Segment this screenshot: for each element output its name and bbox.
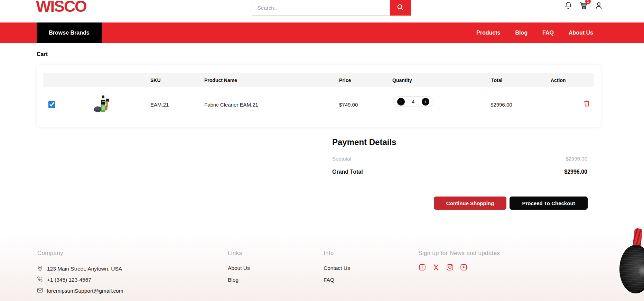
grand-total-row: Grand Total $2996.00 xyxy=(332,169,587,175)
browse-brands-button[interactable]: Browse Brands xyxy=(37,22,102,43)
footer-newsletter-title: Sign up for News and updates xyxy=(418,250,500,257)
continue-shopping-button[interactable]: Continue Shopping xyxy=(434,197,506,210)
social-icons xyxy=(419,264,467,271)
instagram-icon[interactable] xyxy=(446,264,454,271)
main-navbar: Browse Brands Products Blog FAQ About Us xyxy=(0,22,644,43)
footer: Company 123 Main Street, Anytown, USA +1… xyxy=(0,234,644,301)
column-header-price: Price xyxy=(339,73,351,87)
cart-section-title: Cart xyxy=(37,51,48,57)
search-bar xyxy=(252,0,411,16)
quantity-decrease-button[interactable]: − xyxy=(397,98,405,106)
footer-phone-row[interactable]: +1 (345) 123-4567 xyxy=(37,276,91,284)
footer-phone: +1 (345) 123-4567 xyxy=(47,277,91,283)
column-header-sku: SKU xyxy=(150,73,161,87)
item-sku: EAM.21 xyxy=(150,102,169,108)
tire-decoration xyxy=(622,228,644,301)
footer-link-contact-us[interactable]: Contact Us xyxy=(324,265,350,271)
delete-item-button[interactable] xyxy=(582,100,591,108)
item-select-checkbox[interactable] xyxy=(48,101,55,108)
nav-link-faq[interactable]: FAQ xyxy=(542,30,554,36)
grand-total-label: Grand Total xyxy=(332,169,363,175)
item-name: Fabric Cleaner EAM.21 xyxy=(204,102,258,108)
footer-links-title: Links xyxy=(228,250,242,257)
user-account-icon[interactable] xyxy=(594,1,603,10)
quantity-increase-button[interactable]: + xyxy=(422,98,429,106)
search-icon xyxy=(396,3,404,12)
column-header-quantity: Quantity xyxy=(392,73,412,87)
footer-address: 123 Main Street, Anytown, USA xyxy=(47,266,122,272)
brand-logo[interactable]: WISCO xyxy=(36,0,86,16)
nav-link-products[interactable]: Products xyxy=(476,30,500,36)
footer-link-about-us[interactable]: About Us xyxy=(228,265,250,271)
item-total: $2996.00 xyxy=(491,102,512,108)
subtotal-value: $2996.00 xyxy=(566,156,587,162)
map-pin-icon xyxy=(37,265,44,273)
search-input[interactable] xyxy=(252,0,390,16)
grand-total-value: $2996.00 xyxy=(564,169,587,175)
nav-link-about-us[interactable]: About Us xyxy=(569,30,593,36)
payment-details-title: Payment Details xyxy=(332,137,396,147)
cart-table-card: SKU Product Name Price Quantity Total Ac… xyxy=(37,65,601,127)
nav-link-blog[interactable]: Blog xyxy=(515,30,528,36)
mail-icon xyxy=(37,287,44,295)
subtotal-row: Subtotal $2996.00 xyxy=(332,156,587,162)
cart-table-header: SKU Product Name Price Quantity Total Ac… xyxy=(43,73,594,87)
column-header-action: Action xyxy=(551,73,566,87)
column-header-product-name: Product Name xyxy=(204,73,237,87)
phone-icon xyxy=(37,276,44,284)
cart-count-badge: 1 xyxy=(585,0,591,4)
search-button[interactable] xyxy=(390,0,411,16)
footer-company-title: Company xyxy=(37,250,63,257)
quantity-value: 4 xyxy=(412,99,415,104)
footer-email-row[interactable]: loremipsumSupport@gmail.com xyxy=(37,287,123,295)
quantity-stepper: − 4 + xyxy=(393,96,433,107)
youtube-icon[interactable] xyxy=(460,264,467,271)
footer-link-blog[interactable]: Blog xyxy=(228,277,239,283)
cart-page: WISCO 1 xyxy=(0,0,644,301)
footer-info-title: Info xyxy=(324,250,334,257)
item-price: $749.00 xyxy=(339,102,358,108)
nav-links: Products Blog FAQ About Us xyxy=(476,22,593,43)
notifications-bell-icon[interactable] xyxy=(564,1,573,10)
proceed-to-checkout-button[interactable]: Proceed To Checkout xyxy=(510,197,588,210)
x-twitter-icon[interactable] xyxy=(432,264,440,271)
product-thumbnail xyxy=(94,95,112,113)
footer-email: loremipsumSupport@gmail.com xyxy=(47,288,123,294)
footer-link-faq[interactable]: FAQ xyxy=(324,277,334,283)
trash-icon xyxy=(583,103,591,109)
column-header-total: Total xyxy=(491,73,502,87)
checkout-actions: Continue Shopping Proceed To Checkout xyxy=(434,197,588,210)
subtotal-label: Subtotal xyxy=(332,156,351,162)
footer-address-row: 123 Main Street, Anytown, USA xyxy=(37,265,122,273)
facebook-icon[interactable] xyxy=(419,264,426,271)
